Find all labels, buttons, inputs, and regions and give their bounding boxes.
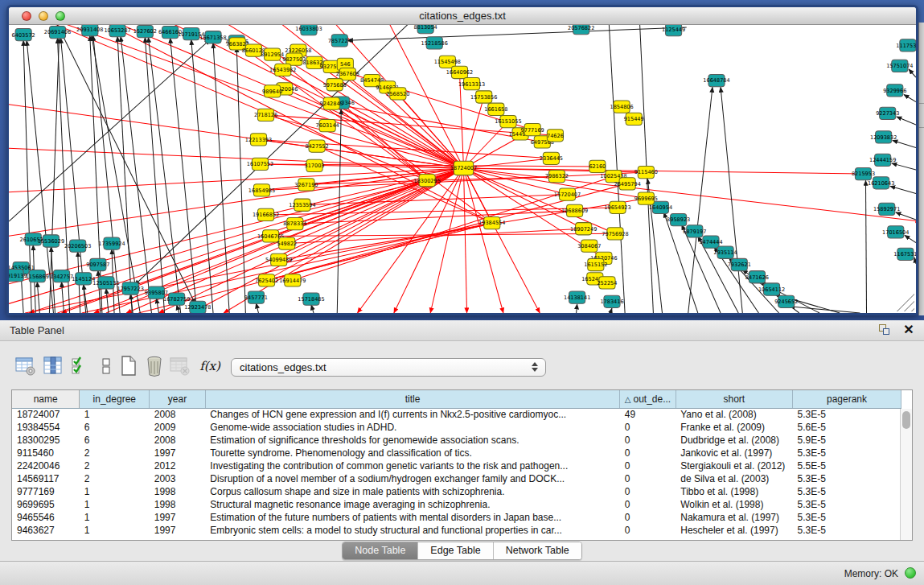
- cell-name[interactable]: 18300295: [12, 434, 80, 447]
- graph-edge[interactable]: [866, 180, 867, 313]
- cell-name[interactable]: 22420046: [12, 459, 80, 472]
- graph-node[interactable]: 12505135: [92, 277, 119, 289]
- graph-node[interactable]: 8215953: [852, 167, 875, 179]
- graph-edge[interactable]: [90, 35, 102, 313]
- cell-title[interactable]: Structural magnetic resonance image aver…: [205, 498, 619, 511]
- table-row[interactable]: 1456911722003Disruption of a novel membe…: [12, 472, 901, 485]
- cell-out_degree[interactable]: 0: [620, 498, 676, 511]
- close-panel-icon[interactable]: ✕: [901, 323, 916, 337]
- select-columns-icon[interactable]: [69, 354, 92, 378]
- graph-node[interactable]: 9227343: [876, 107, 899, 119]
- graph-edge[interactable]: [295, 168, 464, 224]
- graph-edge[interactable]: [62, 282, 64, 313]
- table-columns-icon[interactable]: [42, 354, 64, 378]
- graph-node[interactable]: 62160: [589, 160, 606, 172]
- column-header-short[interactable]: short: [676, 390, 792, 408]
- cell-in_degree[interactable]: 2: [80, 472, 150, 485]
- cell-name[interactable]: 14569117: [12, 472, 80, 485]
- cell-out_degree[interactable]: 0: [620, 447, 676, 459]
- graph-node[interactable]: 1167531: [893, 248, 916, 260]
- graph-edge[interactable]: [145, 37, 164, 313]
- graph-node[interactable]: 1125449: [662, 25, 685, 36]
- cell-title[interactable]: Genome-wide association studies in ADHD.: [205, 421, 619, 434]
- table-row[interactable]: 1830029562008Estimation of significance …: [12, 434, 901, 447]
- graph-node[interactable]: 20931408: [76, 25, 103, 36]
- cell-short[interactable]: Tibbo et al. (1998): [676, 485, 792, 498]
- graph-node[interactable]: 8878334: [283, 218, 306, 230]
- graph-edge[interactable]: [609, 25, 625, 313]
- graph-node[interactable]: 6879197: [683, 225, 706, 237]
- graph-node[interactable]: 12093832: [870, 131, 897, 143]
- column-header-out_degree[interactable]: △out_de...: [620, 390, 676, 408]
- graph-node[interactable]: 989640: [262, 85, 282, 97]
- delete-trash-icon[interactable]: [143, 354, 166, 378]
- graph-node[interactable]: 1156869: [26, 270, 49, 282]
- cell-out_degree[interactable]: 0: [620, 524, 676, 537]
- graph-node[interactable]: 18724007: [450, 161, 477, 175]
- cell-name[interactable]: 18724007: [12, 408, 80, 421]
- graph-node[interactable]: 1615152: [584, 258, 607, 270]
- delete-table-icon[interactable]: [169, 354, 191, 378]
- function-icon[interactable]: f(x): [196, 354, 224, 378]
- cell-out_degree[interactable]: 0: [620, 472, 676, 485]
- graph-node[interactable]: 9242845: [320, 97, 343, 109]
- graph-node[interactable]: 8471626: [745, 271, 769, 283]
- graph-node[interactable]: 15892971: [873, 203, 900, 215]
- graph-edge[interactable]: [37, 282, 39, 313]
- graph-node[interactable]: 915449: [624, 113, 644, 125]
- graph-node[interactable]: 2336445: [540, 152, 563, 164]
- cell-out_degree[interactable]: 0: [620, 459, 676, 472]
- cell-in_degree[interactable]: 1: [80, 511, 150, 524]
- cell-title[interactable]: Estimation of significance thresholds fo…: [205, 434, 619, 447]
- cell-short[interactable]: Dudbridge et al. (2008): [676, 434, 792, 447]
- graph-node[interactable]: 1661658: [484, 103, 507, 115]
- table-row[interactable]: 911546021997Tourette syndrome. Phenomeno…: [12, 447, 901, 459]
- network-graph[interactable]: 6403572206914062093140810653287152760264…: [9, 25, 916, 313]
- float-panel-icon[interactable]: [877, 323, 892, 337]
- table-row[interactable]: 969969511998Structural magnetic resonanc…: [12, 498, 901, 511]
- graph-node[interactable]: 16151055: [495, 115, 521, 127]
- graph-edge[interactable]: [577, 304, 577, 313]
- graph-node[interactable]: 2718126: [254, 109, 277, 121]
- cell-short[interactable]: Hescheler et al. (1997): [676, 524, 792, 537]
- graph-node[interactable]: 15218586: [421, 37, 448, 49]
- graph-node[interactable]: 1527602: [133, 26, 157, 38]
- cell-name[interactable]: 9699695: [12, 498, 80, 511]
- graph-edge[interactable]: [302, 195, 568, 205]
- table-row[interactable]: 2242004622012Investigating the contribut…: [12, 459, 901, 472]
- graph-edge[interactable]: [9, 39, 210, 221]
- cell-title[interactable]: Corpus callosum shape and size in male p…: [205, 485, 619, 498]
- network-view-window[interactable]: citations_edges.txt 64035722069140620931…: [6, 5, 918, 315]
- graph-node[interactable]: 12213393: [245, 134, 272, 146]
- graph-edge[interactable]: [177, 305, 179, 313]
- table-panel-header[interactable]: Table Panel ✕: [0, 320, 924, 341]
- cell-pagerank[interactable]: 5.9E-5: [792, 434, 901, 447]
- cell-in_degree[interactable]: 6: [80, 434, 150, 447]
- graph-node[interactable]: 7625402: [255, 274, 278, 286]
- graph-edge[interactable]: [464, 168, 916, 221]
- graph-node[interactable]: 8427552: [305, 140, 328, 152]
- attribute-table[interactable]: namein_degreeyeartitle△out_de...shortpag…: [11, 389, 913, 541]
- graph-node[interactable]: 7857224: [328, 35, 351, 47]
- column-header-title[interactable]: title: [205, 390, 619, 408]
- graph-node[interactable]: 9777169: [521, 124, 544, 136]
- graph-edge[interactable]: [117, 36, 132, 313]
- cell-title[interactable]: Tourette syndrome. Phenomenology and cla…: [205, 447, 619, 459]
- tab-edge-table[interactable]: Edge Table: [417, 542, 492, 559]
- graph-edge[interactable]: [347, 27, 686, 40]
- graph-node[interactable]: 17957223: [117, 282, 144, 295]
- table-row[interactable]: 1938455462009Genome-wide association stu…: [12, 421, 901, 434]
- cell-pagerank[interactable]: 5.3E-5: [792, 472, 901, 485]
- cell-in_degree[interactable]: 1: [80, 408, 150, 421]
- graph-node[interactable]: 17016504: [882, 226, 909, 238]
- cell-title[interactable]: Changes of HCN gene expression and I(f) …: [205, 408, 619, 421]
- cell-year[interactable]: 1998: [150, 485, 206, 498]
- table-select[interactable]: citations_edges.txt: [231, 358, 546, 377]
- graph-node[interactable]: 9329966: [883, 84, 906, 97]
- cell-year[interactable]: 1997: [150, 511, 206, 524]
- graph-node[interactable]: 19654923: [604, 201, 630, 213]
- table-settings-icon[interactable]: [14, 354, 37, 378]
- graph-node[interactable]: 12923478: [184, 301, 211, 313]
- cell-name[interactable]: 9777169: [12, 485, 80, 498]
- graph-node[interactable]: 19613313: [458, 78, 485, 90]
